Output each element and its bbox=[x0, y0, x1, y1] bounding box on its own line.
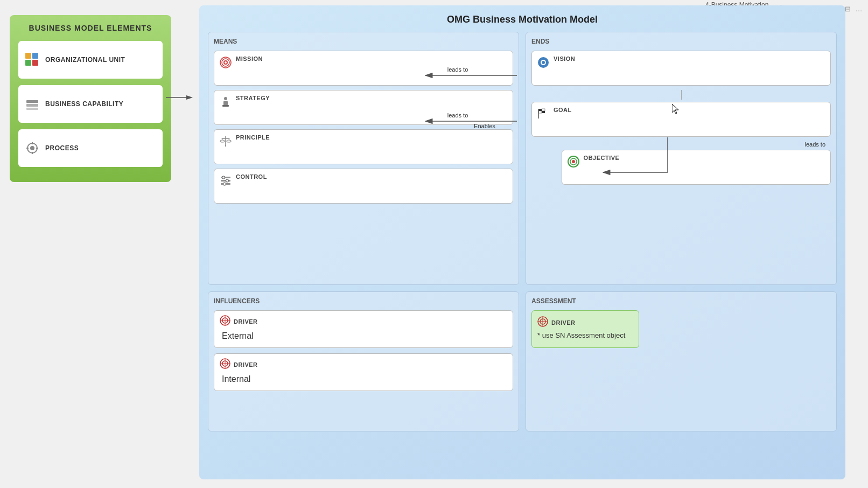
biz-cap-icon bbox=[25, 96, 40, 111]
driver-external-title: DRIVER bbox=[234, 318, 258, 325]
strategy-content: STRATEGY bbox=[236, 95, 507, 101]
ends-label: ENDS bbox=[531, 38, 831, 45]
driver-assessment-icon bbox=[537, 316, 548, 329]
mission-icon bbox=[220, 57, 232, 68]
objective-box[interactable]: OBJECTIVE bbox=[562, 150, 831, 185]
svg-point-18 bbox=[225, 61, 227, 64]
principle-title: PRINCIPLE bbox=[236, 134, 507, 141]
sidebar-item-process[interactable]: PROCESS bbox=[18, 129, 163, 167]
principle-box[interactable]: PRINCIPLE bbox=[214, 129, 513, 164]
goal-box[interactable]: GOAL bbox=[531, 102, 831, 137]
more-icon[interactable]: … bbox=[855, 4, 863, 13]
principle-icon bbox=[220, 135, 232, 147]
driver-assessment-title: DRIVER bbox=[551, 319, 576, 326]
control-box[interactable]: CONTROL bbox=[214, 169, 513, 204]
mission-title: MISSION bbox=[236, 55, 507, 62]
goal-title: GOAL bbox=[554, 107, 825, 113]
goal-icon bbox=[537, 108, 549, 120]
svg-rect-0 bbox=[25, 53, 31, 59]
mission-content: MISSION bbox=[236, 55, 507, 62]
driver-external-icon bbox=[220, 315, 230, 328]
means-panel: MEANS MISSION bbox=[208, 32, 519, 285]
svg-rect-2 bbox=[25, 60, 31, 66]
diagram-title: OMG Business Motivation Model bbox=[208, 14, 837, 25]
svg-rect-20 bbox=[223, 101, 228, 106]
svg-point-24 bbox=[220, 140, 225, 142]
svg-rect-11 bbox=[26, 148, 29, 149]
svg-point-8 bbox=[30, 146, 34, 150]
leads-to-label-2: leads to bbox=[531, 141, 831, 148]
svg-rect-21 bbox=[222, 105, 229, 107]
vision-icon bbox=[537, 57, 549, 68]
control-icon bbox=[220, 175, 232, 186]
sidebar-item-org-unit-label: ORGANIZATIONAL UNIT bbox=[45, 56, 125, 64]
assessment-panel: ASSESSMENT DRIVER * use SN Assessment ob… bbox=[526, 291, 837, 431]
svg-marker-14 bbox=[186, 95, 193, 100]
sidebar-item-biz-cap-label: BUSINESS CAPABILITY bbox=[45, 100, 123, 108]
vision-content: VISION bbox=[554, 55, 825, 62]
sidebar-item-org-unit[interactable]: ORGANIZATIONAL UNIT bbox=[18, 41, 163, 79]
influencers-label: INFLUENCERS bbox=[214, 297, 513, 305]
strategy-title: STRATEGY bbox=[236, 95, 507, 101]
svg-point-34 bbox=[223, 183, 226, 185]
strategy-box[interactable]: STRATEGY bbox=[214, 90, 513, 125]
strategy-icon bbox=[220, 96, 232, 108]
driver-internal-icon bbox=[220, 358, 230, 371]
driver-internal-text: Internal bbox=[220, 374, 507, 384]
control-content: CONTROL bbox=[236, 173, 507, 180]
driver-assessment-text: * use SN Assessment object bbox=[537, 331, 633, 339]
svg-rect-12 bbox=[36, 148, 38, 149]
objective-content: OBJECTIVE bbox=[584, 155, 825, 161]
sidebar-title: BUSINESS MODEL ELEMENTS bbox=[18, 24, 163, 32]
bottom-panels: INFLUENCERS DRIVER External bbox=[208, 291, 837, 431]
svg-rect-6 bbox=[26, 108, 38, 110]
svg-point-45 bbox=[572, 160, 575, 163]
top-panels: MEANS MISSION bbox=[208, 32, 837, 285]
vision-title: VISION bbox=[554, 55, 825, 62]
driver-internal-title: DRIVER bbox=[234, 361, 258, 368]
svg-rect-5 bbox=[26, 104, 38, 107]
driver-assessment-box[interactable]: DRIVER * use SN Assessment object bbox=[531, 310, 639, 348]
objective-icon bbox=[568, 156, 579, 168]
sidebar-arrow bbox=[166, 92, 193, 103]
svg-rect-40 bbox=[538, 111, 542, 113]
control-title: CONTROL bbox=[236, 173, 507, 180]
svg-rect-39 bbox=[542, 109, 545, 111]
assessment-label: ASSESSMENT bbox=[531, 297, 831, 305]
svg-rect-1 bbox=[32, 53, 38, 59]
svg-rect-28 bbox=[225, 145, 226, 147]
sidebar-item-process-label: PROCESS bbox=[45, 144, 79, 152]
main-diagram-area: OMG Business Motivation Model MEANS MIS bbox=[199, 5, 845, 479]
svg-rect-4 bbox=[26, 100, 38, 103]
sidebar: BUSINESS MODEL ELEMENTS ORGANIZATIONAL U… bbox=[10, 15, 171, 182]
svg-point-33 bbox=[226, 179, 229, 182]
driver-internal-box[interactable]: DRIVER Internal bbox=[214, 353, 513, 391]
svg-point-19 bbox=[224, 97, 227, 100]
driver-external-text: External bbox=[220, 331, 507, 341]
driver-external-box[interactable]: DRIVER External bbox=[214, 310, 513, 348]
vision-box[interactable]: VISION bbox=[531, 51, 831, 86]
mission-box[interactable]: MISSION bbox=[214, 51, 513, 86]
svg-rect-9 bbox=[32, 142, 33, 144]
goal-content: GOAL bbox=[554, 107, 825, 113]
sidebar-item-biz-cap[interactable]: BUSINESS CAPABILITY bbox=[18, 85, 163, 123]
svg-point-25 bbox=[227, 140, 231, 142]
svg-rect-41 bbox=[542, 111, 545, 113]
svg-point-32 bbox=[222, 176, 225, 179]
ends-panel: ENDS VISION bbox=[526, 32, 837, 285]
svg-point-37 bbox=[542, 61, 545, 64]
means-label: MEANS bbox=[214, 38, 513, 45]
objective-title: OBJECTIVE bbox=[584, 155, 825, 161]
principle-content: PRINCIPLE bbox=[236, 134, 507, 141]
influencers-panel: INFLUENCERS DRIVER External bbox=[208, 291, 519, 431]
org-unit-icon bbox=[25, 52, 40, 67]
svg-rect-38 bbox=[538, 109, 542, 111]
svg-rect-10 bbox=[32, 152, 33, 154]
vision-goal-connector bbox=[681, 90, 682, 100]
process-icon bbox=[25, 141, 40, 156]
svg-rect-3 bbox=[32, 60, 38, 66]
